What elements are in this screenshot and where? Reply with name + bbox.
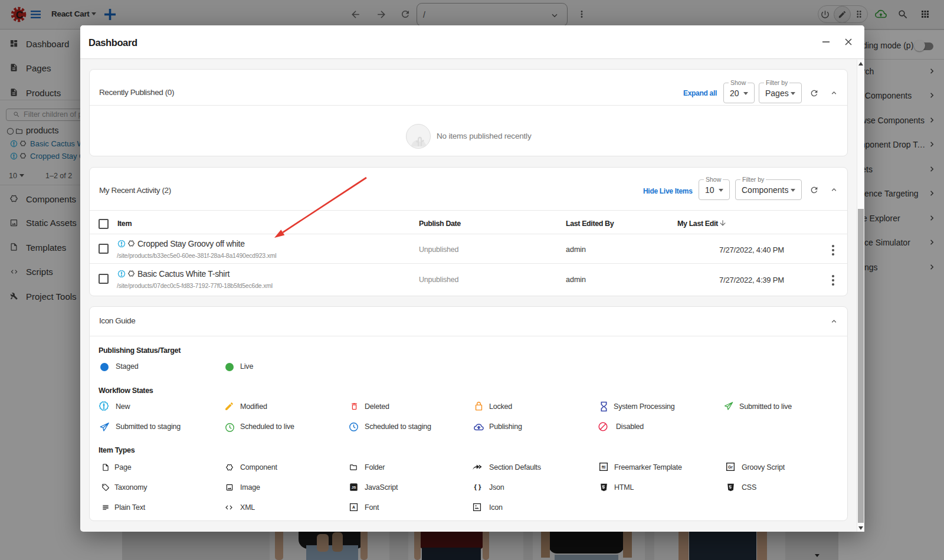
svg-text:A: A: [352, 505, 355, 509]
svg-text:ftl: ftl: [602, 465, 606, 469]
svg-text:Gr: Gr: [728, 465, 733, 469]
svg-text:JS: JS: [352, 485, 356, 489]
svg-text:{ }: { }: [474, 483, 482, 490]
